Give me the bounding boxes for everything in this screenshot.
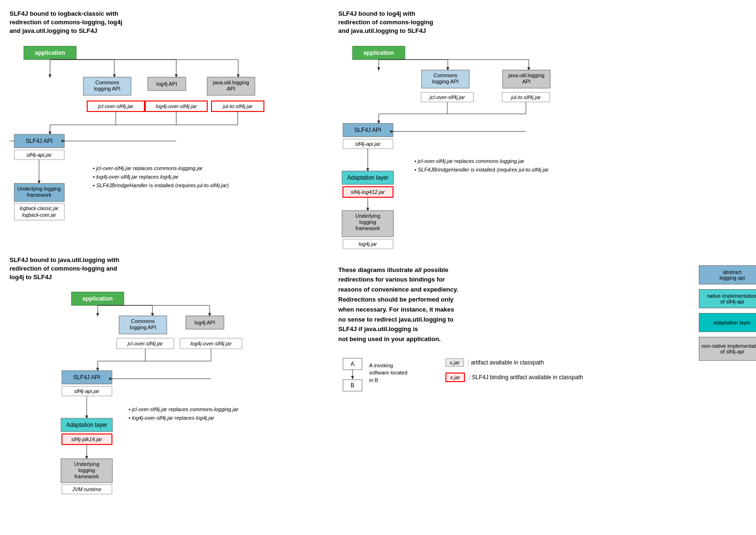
svg-text:SLF4J API: SLF4J API — [73, 374, 101, 381]
svg-text:framework: framework — [355, 225, 380, 231]
svg-text:jul-to-slf4j.jar: jul-to-slf4j.jar — [510, 94, 542, 100]
svg-text:API: API — [522, 79, 531, 84]
svg-text:java.util.logging: java.util.logging — [508, 72, 544, 78]
diagram2-title: SLF4J bound to java.util.logging withred… — [10, 256, 319, 282]
diagram1: SLF4J bound to logback-classic withredir… — [10, 10, 319, 242]
svg-text:logging API: logging API — [130, 324, 156, 330]
svg-text:logback-core.jar: logback-core.jar — [22, 212, 56, 218]
jar-legend: x.jar : artifact available in classpath … — [445, 358, 583, 384]
svg-text:slf4j-api.jar: slf4j-api.jar — [74, 388, 100, 394]
gray-jar-box: x.jar — [445, 358, 464, 367]
legend-abstract: abstractlogging api — [699, 265, 756, 284]
svg-text:application: application — [35, 50, 65, 56]
gray-jar-legend: x.jar : artifact available in classpath — [445, 358, 583, 367]
description-text-block: These diagrams illustrate all possible r… — [338, 265, 689, 384]
svg-text:framework: framework — [27, 192, 51, 198]
svg-text:Underlying logging: Underlying logging — [17, 186, 60, 192]
arrow-desc: A invokingsoftware locatedin B — [369, 362, 426, 384]
description-paragraph: These diagrams illustrate all possible r… — [338, 265, 689, 344]
svg-text:logging API: logging API — [432, 79, 459, 84]
svg-text:Adaptation layer: Adaptation layer — [347, 174, 389, 181]
left-column: SLF4J bound to logback-classic withredir… — [10, 10, 319, 502]
svg-text:log4j API: log4j API — [194, 320, 215, 325]
diagram1-title: SLF4J bound to logback-classic withredir… — [10, 10, 319, 36]
legend-adaptation: adaptation layer — [699, 313, 756, 332]
svg-text:SLF4J API: SLF4J API — [354, 127, 382, 133]
svg-text:logging: logging — [78, 467, 95, 473]
svg-text:application: application — [363, 50, 393, 56]
diagram1-svg: application Commons logging API log4j AP… — [10, 41, 295, 242]
svg-text:framework: framework — [74, 474, 99, 479]
svg-text:logback-classic.jar: logback-classic.jar — [20, 206, 59, 211]
svg-text:A: A — [351, 361, 354, 367]
svg-text:• jcl-over-slf4j.jar replaces : • jcl-over-slf4j.jar replaces commons-lo… — [129, 406, 239, 412]
red-jar-desc: : SLF4J binding artifact available in cl… — [469, 374, 583, 381]
svg-text:Commons: Commons — [95, 80, 120, 85]
svg-text:slf4j-jdk14.jar: slf4j-jdk14.jar — [71, 436, 103, 442]
red-jar-legend: x.jar : SLF4J binding artifact available… — [445, 373, 583, 382]
diagram2-svg: application Commons logging API log4j AP… — [10, 287, 286, 502]
svg-text:Underlying: Underlying — [74, 461, 100, 467]
svg-text:API: API — [227, 86, 235, 91]
diagram3: SLF4J bound to log4j withredirection of … — [338, 10, 756, 256]
svg-text:Commons: Commons — [131, 318, 155, 324]
svg-text:• SLF4JBrindgeHandler is insta: • SLF4JBrindgeHandler is installed (requ… — [93, 182, 229, 188]
svg-text:• jcl-over-slf4j.jar replaces : • jcl-over-slf4j.jar replaces commons-lo… — [93, 165, 203, 171]
svg-text:logging: logging — [359, 219, 376, 225]
svg-text:• SLF4JBrindgeHandler is insta: • SLF4JBrindgeHandler is installed (requ… — [414, 167, 549, 172]
svg-text:log4j API: log4j API — [156, 81, 177, 87]
legend-nonnative: non-native implementationof slf4j-api — [699, 337, 756, 361]
diagram3-title: SLF4J bound to log4j withredirection of … — [338, 10, 756, 36]
svg-text:jul-to-slf4j.jar: jul-to-slf4j.jar — [222, 103, 253, 109]
page: SLF4J bound to logback-classic withredir… — [0, 0, 756, 511]
arrow-legend: A B A invokingsoftware locatedin B — [338, 356, 426, 384]
svg-text:slf4j-api.jar: slf4j-api.jar — [355, 141, 381, 147]
svg-text:application: application — [82, 295, 112, 302]
svg-text:slf4j-log412.jar: slf4j-log412.jar — [351, 189, 385, 195]
svg-text:• log4j-over-slf4j.jar replace: • log4j-over-slf4j.jar replaces log4j.ja… — [129, 415, 215, 421]
right-column: SLF4J bound to log4j withredirection of … — [319, 10, 756, 502]
svg-text:jcl-over-slf4j.jar: jcl-over-slf4j.jar — [97, 103, 134, 109]
diagram2: SLF4J bound to java.util.logging withred… — [10, 256, 319, 502]
svg-text:Commons: Commons — [433, 72, 458, 78]
svg-text:B: B — [351, 382, 354, 389]
svg-text:• jcl-over-slf4j.jar replaces : • jcl-over-slf4j.jar replaces commons-lo… — [414, 158, 525, 164]
svg-text:log4j.jar: log4j.jar — [359, 241, 378, 247]
svg-text:log4j-over-slf4j.jar: log4j-over-slf4j.jar — [191, 341, 232, 346]
legend-section: A B A invokingsoftware locatedin B — [338, 356, 689, 384]
right-legend: abstractlogging api native implementatio… — [699, 265, 756, 384]
svg-text:java.util.logging: java.util.logging — [212, 80, 249, 85]
svg-text:Adaptation layer: Adaptation layer — [66, 422, 108, 428]
svg-text:SLF4J API: SLF4J API — [26, 138, 53, 144]
svg-text:JVM runtime: JVM runtime — [71, 486, 101, 492]
gray-jar-desc: : artifact available in classpath — [468, 359, 544, 366]
svg-text:• log4j-over-slf4j.jar replace: • log4j-over-slf4j.jar replaces log4j.ja… — [93, 174, 179, 180]
svg-text:jcl-over-slf4j.jar: jcl-over-slf4j.jar — [127, 341, 163, 346]
svg-text:Underlying: Underlying — [355, 213, 381, 219]
svg-text:slf4j-api.jar: slf4j-api.jar — [26, 152, 52, 158]
diagram3-svg: application Commons logging API java.uti… — [338, 41, 729, 256]
red-jar-box: x.jar — [445, 373, 465, 382]
legend-native: native implementationof slf4j-api — [699, 289, 756, 308]
svg-text:log4j-over-slf4j.jar: log4j-over-slf4j.jar — [156, 103, 198, 109]
description-section: These diagrams illustrate all possible r… — [338, 265, 756, 384]
svg-text:jcl-over-slf4j.jar: jcl-over-slf4j.jar — [429, 94, 465, 100]
svg-text:logging API: logging API — [94, 86, 121, 91]
